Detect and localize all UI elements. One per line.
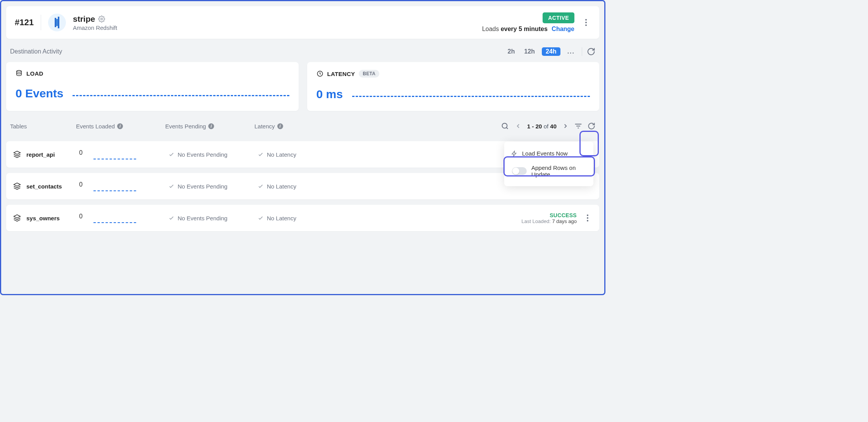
events-count: 0 xyxy=(79,149,83,156)
latency-sparkline xyxy=(352,96,590,97)
check-icon xyxy=(258,183,264,189)
gear-icon[interactable] xyxy=(98,16,105,22)
load-metric-value: 0 Events xyxy=(16,87,63,100)
events-pending-text: No Events Pending xyxy=(178,215,227,221)
latency-metric-card: LATENCY BETA 0 ms xyxy=(307,62,600,111)
row-sparkline xyxy=(93,222,136,223)
svg-rect-2 xyxy=(56,19,58,26)
append-rows-item[interactable]: Append Rows on Update xyxy=(507,161,591,181)
row-actions-popover: Load Events Now Append Rows on Update xyxy=(504,142,593,186)
events-count: 0 xyxy=(79,213,83,220)
table-row[interactable]: sys_owners 0 No Events Pending No Latenc… xyxy=(6,205,599,231)
events-pending-text: No Events Pending xyxy=(178,151,227,158)
table-header-row: Tables Events Loaded i Events Pending i … xyxy=(6,111,599,136)
load-label: LOAD xyxy=(26,70,43,77)
clock-icon xyxy=(316,70,323,77)
check-icon xyxy=(258,215,264,221)
pager-of: of xyxy=(544,123,549,130)
col-events-loaded-label: Events Loaded xyxy=(76,123,115,130)
table-name: report_api xyxy=(26,151,55,158)
info-icon[interactable]: i xyxy=(117,123,123,129)
header-kebab-menu[interactable] xyxy=(581,17,591,28)
latency-metric-value: 0 ms xyxy=(316,88,343,101)
latency-text: No Latency xyxy=(267,215,296,221)
page-root: #121 stripe Amazon Redshift ACTIVE xyxy=(1,1,604,231)
pager-range: 1 - 20 xyxy=(527,123,542,130)
destination-subtitle: Amazon Redshift xyxy=(73,24,117,31)
range-more[interactable]: ... xyxy=(565,47,577,56)
col-events-pending: Events Pending i xyxy=(165,123,254,130)
latency-text: No Latency xyxy=(267,151,296,158)
range-2h[interactable]: 2h xyxy=(505,47,517,56)
check-icon xyxy=(168,215,175,221)
check-icon xyxy=(168,151,175,157)
info-icon[interactable]: i xyxy=(277,123,283,129)
loads-prefix: Loads xyxy=(482,26,499,32)
destination-title-block: stripe Amazon Redshift xyxy=(73,14,117,31)
filter-button[interactable] xyxy=(574,122,582,130)
svg-rect-0 xyxy=(55,18,56,27)
svg-point-6 xyxy=(502,123,507,128)
search-button[interactable] xyxy=(501,122,509,130)
range-12h[interactable]: 12h xyxy=(522,47,538,56)
beta-badge: BETA xyxy=(359,70,379,78)
pager-text: 1 - 20 of 40 xyxy=(527,123,557,130)
col-latency: Latency i xyxy=(254,123,344,130)
layers-icon xyxy=(13,182,21,190)
svg-rect-1 xyxy=(58,17,59,28)
info-icon[interactable]: i xyxy=(208,123,214,129)
table-name: sys_owners xyxy=(26,215,60,221)
latency-text: No Latency xyxy=(267,183,296,190)
pager-next-button[interactable] xyxy=(562,123,569,130)
layers-icon xyxy=(13,150,21,158)
change-frequency-link[interactable]: Change xyxy=(552,26,574,32)
check-icon xyxy=(168,183,175,189)
refresh-button[interactable] xyxy=(587,47,595,56)
col-events-loaded: Events Loaded i xyxy=(76,123,165,130)
header-right: ACTIVE Loads every 5 minutes Change xyxy=(482,12,591,33)
events-count: 0 xyxy=(79,181,83,188)
destination-avatar xyxy=(48,14,66,31)
row-last-loaded: Last Loaded: 7 days ago xyxy=(522,218,577,224)
row-sparkline xyxy=(93,190,136,191)
destination-title: stripe xyxy=(73,14,95,24)
table-name: set_contacts xyxy=(26,183,62,190)
loads-line: Loads every 5 minutes Change xyxy=(482,26,574,33)
metrics-row: LOAD 0 Events LATENCY BETA 0 ms xyxy=(6,62,599,111)
time-range-group: 2h 12h 24h ... xyxy=(505,47,577,56)
loads-frequency: every 5 minutes xyxy=(501,26,548,32)
row-sparkline xyxy=(93,159,136,159)
latency-label: LATENCY xyxy=(327,71,355,77)
database-icon xyxy=(16,70,22,77)
load-events-now-label: Load Events Now xyxy=(522,150,568,157)
lightning-icon xyxy=(511,150,517,157)
last-loaded-time: 7 days ago xyxy=(552,218,577,224)
svg-point-3 xyxy=(101,18,103,20)
col-tables: Tables xyxy=(10,123,76,130)
destination-id: #121 xyxy=(15,17,34,28)
load-events-now-item[interactable]: Load Events Now xyxy=(504,146,593,161)
row-status: SUCCESS xyxy=(522,212,577,218)
layers-icon xyxy=(13,214,21,222)
pager-prev-button[interactable] xyxy=(515,123,522,130)
load-metric-card: LOAD 0 Events xyxy=(6,62,299,111)
divider xyxy=(41,15,41,30)
row-kebab-menu[interactable] xyxy=(583,212,592,224)
append-rows-toggle[interactable] xyxy=(512,167,527,175)
table-refresh-button[interactable] xyxy=(588,122,595,130)
destination-header-card: #121 stripe Amazon Redshift ACTIVE xyxy=(6,6,599,39)
status-badge: ACTIVE xyxy=(543,12,574,23)
load-sparkline xyxy=(73,95,289,96)
activity-bar: Destination Activity 2h 12h 24h ... xyxy=(6,39,599,60)
events-pending-text: No Events Pending xyxy=(178,183,227,190)
divider xyxy=(582,47,582,56)
redshift-icon xyxy=(52,17,62,28)
last-loaded-label: Last Loaded: xyxy=(522,218,551,224)
col-events-pending-label: Events Pending xyxy=(165,123,206,130)
append-rows-label: Append Rows on Update xyxy=(531,164,586,178)
svg-point-4 xyxy=(17,71,21,73)
check-icon xyxy=(258,151,264,157)
range-24h[interactable]: 24h xyxy=(542,47,560,56)
activity-title: Destination Activity xyxy=(10,48,62,55)
col-latency-label: Latency xyxy=(254,123,275,130)
